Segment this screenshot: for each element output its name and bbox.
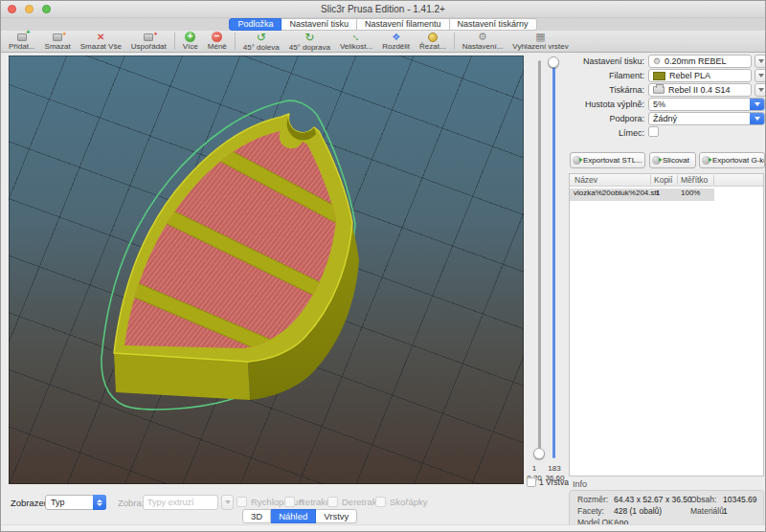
- z-slider-knob[interactable]: [548, 56, 559, 68]
- chevron-down-icon: [758, 88, 764, 92]
- toolbar-button-velikost[interactable]: ↔ Velikost...: [335, 31, 377, 52]
- toolbar-button-smazat-vse[interactable]: ✕ Smazat Vše: [76, 31, 126, 52]
- extrusion-filter-input[interactable]: [143, 495, 218, 510]
- toolbar-button-usporadat[interactable]: ● Uspořádat: [126, 31, 171, 52]
- size-label: Rozměr:: [577, 495, 608, 504]
- delete-all-icon: ✕: [97, 32, 104, 42]
- filament-label: Filament:: [566, 71, 644, 80]
- chevron-down-icon[interactable]: [750, 98, 765, 111]
- toolbar-separator: [235, 33, 236, 50]
- tab-nastaveni-filamentu[interactable]: Nastavení filamentu: [357, 18, 450, 31]
- info-section-title: Info: [573, 479, 587, 489]
- toolbar-button-smazat[interactable]: ● Smazat: [40, 31, 76, 52]
- object-copies: 1: [656, 188, 660, 197]
- filament-swatch: [653, 72, 665, 80]
- export-stl-button[interactable]: Exportovat STL...: [570, 152, 645, 168]
- infill-density-label: Hustota výplně:: [566, 100, 644, 109]
- printer-label: Tiskárna:: [566, 85, 644, 95]
- gear-icon: ⚙: [653, 57, 661, 66]
- table-row[interactable]: vlozka%20obluk%204.stl 1 100%: [570, 187, 763, 199]
- viewport-3d[interactable]: [9, 55, 524, 484]
- view-tab-3d[interactable]: 3D: [242, 509, 271, 523]
- export-gcode-button[interactable]: Exportovat G-kód...: [699, 152, 765, 168]
- view-tab-vrstvy[interactable]: Vrstvy: [316, 509, 357, 523]
- sidebar: Nastavení tisku: ⚙ 0.20mm REBEL Filament…: [566, 53, 766, 532]
- toolbar-button-rezat[interactable]: Řezat...: [415, 31, 451, 52]
- view-tab-nahled[interactable]: Náhled: [271, 509, 316, 523]
- layer-slider-track[interactable]: [538, 60, 541, 458]
- add-icon: +: [17, 32, 27, 42]
- volume-label: Obsah:: [690, 495, 716, 504]
- minimize-window-button[interactable]: [25, 5, 34, 13]
- facets-label: Facety:: [577, 506, 604, 516]
- toolbar-button-nastaveni[interactable]: ⚙ Nastavení...: [458, 31, 508, 52]
- fewer-icon: −: [212, 32, 222, 42]
- printer-combo[interactable]: Rebel II 0.4 S14: [648, 83, 752, 97]
- smooth-icon: ▦: [535, 32, 545, 42]
- volume-value: 10345.69: [723, 495, 756, 504]
- toolbar: + Přidat... ● Smazat ✕ Smazat Vše ● Uspo…: [1, 31, 765, 53]
- column-header-scale: Měřítko: [681, 175, 708, 185]
- chevron-down-icon: [758, 74, 764, 78]
- toolbar-button-45-doleva[interactable]: ↺ 45° doleva: [238, 31, 284, 52]
- plate-3d-scene: [9, 55, 524, 484]
- support-combo[interactable]: Žádný: [648, 112, 765, 125]
- toolbar-separator: [454, 33, 455, 50]
- toolbar-button-vice[interactable]: + Více: [178, 31, 203, 52]
- option-skorapky[interactable]: Skořápky: [375, 497, 428, 507]
- slice-icon: [652, 156, 661, 165]
- print-settings-label: Nastavení tisku:: [566, 56, 644, 66]
- object-list-header: Název Kopií Měřítko: [570, 174, 763, 187]
- print-settings-combo[interactable]: ⚙ 0.20mm REBEL: [648, 55, 752, 68]
- close-window-button[interactable]: [8, 5, 16, 13]
- object-scale: 100%: [681, 188, 700, 197]
- title-bar: Slic3r Prusa Edition - 1.41.2+: [1, 1, 765, 18]
- brim-checkbox[interactable]: [648, 126, 659, 137]
- filament-combo[interactable]: Rebel PLA: [648, 69, 752, 82]
- chevron-down-icon: [225, 500, 231, 504]
- scale-icon: ↔: [351, 32, 362, 42]
- rychloposun-checkbox[interactable]: [237, 497, 247, 507]
- object-list-table: Název Kopií Měřítko vlozka%20obluk%204.s…: [569, 173, 764, 477]
- brim-label: Límec:: [566, 128, 644, 138]
- main-tab-bar: Podložka Nastavení tisku Nastavení filam…: [1, 18, 765, 31]
- layer-min-value: 1: [526, 464, 543, 473]
- deretrakce-checkbox[interactable]: [327, 497, 338, 507]
- column-header-copies: Kopií: [654, 175, 672, 185]
- layer-slider-strip: 1 183 0.20 36.60: [524, 53, 566, 484]
- tab-podlozka[interactable]: Podložka: [229, 18, 282, 31]
- gear-icon: ⚙: [478, 32, 487, 42]
- app-window: Slic3r Prusa Edition - 1.41.2+ Podložka …: [0, 0, 766, 532]
- printer-dropdown-button[interactable]: [755, 83, 766, 97]
- toolbar-button-vyhlazeni-vrstev[interactable]: ▦ Vyhlazení vrstev: [507, 31, 573, 52]
- column-header-name: Název: [574, 175, 597, 185]
- toolbar-button-pridat[interactable]: + Přidat...: [4, 31, 40, 52]
- rotate-right-icon: ↻: [304, 32, 314, 43]
- tab-nastaveni-tiskarny[interactable]: Nastavení tiskárny: [450, 18, 537, 31]
- materials-label: Materiálů:: [690, 506, 726, 516]
- z-slider-track[interactable]: [552, 60, 555, 458]
- layer-slider-knob[interactable]: [533, 448, 545, 459]
- toolbar-button-rozdelit[interactable]: ❖ Rozdělit: [377, 31, 415, 52]
- slice-button[interactable]: Slicovat: [649, 152, 696, 168]
- window-title: Slic3r Prusa Edition - 1.41.2+: [78, 4, 688, 14]
- skorapky-checkbox[interactable]: [375, 497, 386, 507]
- tab-nastaveni-tisku[interactable]: Nastavení tisku: [282, 18, 357, 31]
- chevron-down-icon[interactable]: [750, 112, 765, 125]
- toolbar-button-45-doprava[interactable]: ↻ 45° doprava: [284, 31, 335, 52]
- popup-stepper-icon: [93, 495, 106, 510]
- print-settings-dropdown-button[interactable]: [755, 55, 766, 68]
- toolbar-separator: [174, 33, 175, 50]
- size-value: 64.43 x 52.67 x 36.50: [614, 495, 692, 504]
- split-icon: ❖: [392, 32, 400, 42]
- retrakce-checkbox[interactable]: [284, 497, 295, 507]
- export-icon: [573, 156, 581, 165]
- extrusion-filter-dropdown-button[interactable]: [221, 495, 234, 510]
- filament-dropdown-button[interactable]: [755, 69, 766, 82]
- infill-density-combo[interactable]: 5%: [648, 98, 765, 111]
- support-label: Podpora:: [566, 114, 644, 123]
- zoom-window-button[interactable]: [42, 5, 51, 13]
- layer-max-value: 183: [544, 464, 565, 473]
- display-mode-popup[interactable]: Typ: [45, 495, 106, 510]
- toolbar-button-mene[interactable]: − Méně: [203, 31, 232, 52]
